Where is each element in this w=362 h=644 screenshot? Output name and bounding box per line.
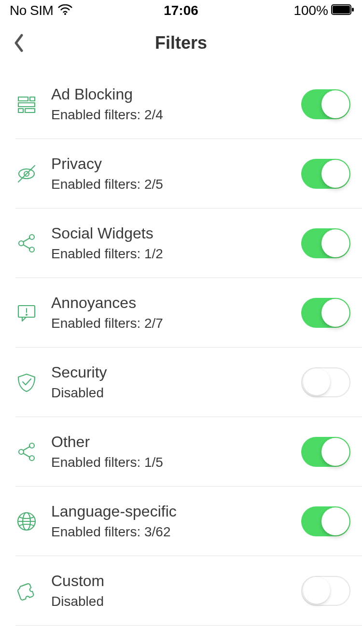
carrier-label: No SIM bbox=[10, 3, 53, 18]
shield-icon bbox=[15, 371, 38, 393]
filter-row[interactable]: CustomDisabled bbox=[15, 556, 362, 626]
status-bar: No SIM 17:06 100% bbox=[0, 0, 362, 21]
battery-percent: 100% bbox=[293, 3, 328, 18]
filter-row-title: Other bbox=[51, 433, 301, 451]
filter-row-title: Language-specific bbox=[51, 503, 301, 520]
filter-toggle[interactable] bbox=[301, 159, 350, 189]
svg-point-0 bbox=[64, 13, 66, 15]
filter-row-subtitle: Enabled filters: 1/5 bbox=[51, 455, 301, 470]
filter-toggle[interactable] bbox=[301, 506, 350, 536]
filter-row[interactable]: Social WidgetsEnabled filters: 1/2 bbox=[15, 209, 362, 278]
filter-row-subtitle: Enabled filters: 2/7 bbox=[51, 316, 301, 331]
annoyance-icon bbox=[15, 302, 38, 324]
globe-icon bbox=[15, 510, 38, 532]
filter-row-text: PrivacyEnabled filters: 2/5 bbox=[51, 155, 301, 192]
filter-toggle[interactable] bbox=[301, 437, 350, 467]
filter-row[interactable]: Language-specificEnabled filters: 3/62 bbox=[15, 487, 362, 556]
filter-row[interactable]: PrivacyEnabled filters: 2/5 bbox=[15, 139, 362, 209]
filter-toggle[interactable] bbox=[301, 576, 350, 606]
filter-toggle[interactable] bbox=[301, 298, 350, 328]
filter-row-title: Privacy bbox=[51, 155, 301, 173]
filter-row-subtitle: Disabled bbox=[51, 385, 301, 401]
filter-row-text: Ad BlockingEnabled filters: 2/4 bbox=[51, 85, 301, 123]
filter-row-text: AnnoyancesEnabled filters: 2/7 bbox=[51, 294, 301, 331]
wifi-icon bbox=[58, 3, 72, 18]
filter-row-subtitle: Disabled bbox=[51, 594, 301, 609]
privacy-icon bbox=[15, 163, 38, 185]
filter-toggle[interactable] bbox=[301, 367, 350, 397]
filter-row[interactable]: SecurityDisabled bbox=[15, 348, 362, 417]
clock: 17:06 bbox=[164, 3, 198, 18]
filter-row-text: CustomDisabled bbox=[51, 572, 301, 609]
puzzle-icon bbox=[15, 580, 38, 602]
page-title: Filters bbox=[155, 33, 207, 53]
filter-toggle[interactable] bbox=[301, 89, 350, 119]
filter-toggle[interactable] bbox=[301, 228, 350, 258]
filters-list: Ad BlockingEnabled filters: 2/4PrivacyEn… bbox=[0, 70, 362, 626]
filter-row-title: Social Widgets bbox=[51, 224, 301, 242]
share-icon bbox=[15, 232, 38, 254]
filter-row-text: OtherEnabled filters: 1/5 bbox=[51, 433, 301, 470]
filter-row-text: Social WidgetsEnabled filters: 1/2 bbox=[51, 224, 301, 262]
battery-icon bbox=[331, 3, 354, 18]
filter-row-text: Language-specificEnabled filters: 3/62 bbox=[51, 503, 301, 540]
filter-row[interactable]: AnnoyancesEnabled filters: 2/7 bbox=[15, 278, 362, 348]
filter-row-subtitle: Enabled filters: 1/2 bbox=[51, 246, 301, 262]
filter-row-text: SecurityDisabled bbox=[51, 364, 301, 401]
svg-rect-2 bbox=[333, 6, 350, 14]
filter-row-title: Ad Blocking bbox=[51, 85, 301, 103]
filter-row-subtitle: Enabled filters: 2/5 bbox=[51, 177, 301, 192]
filter-row-subtitle: Enabled filters: 3/62 bbox=[51, 524, 301, 540]
share-icon bbox=[15, 441, 38, 463]
filter-row[interactable]: Ad BlockingEnabled filters: 2/4 bbox=[15, 70, 362, 139]
back-button[interactable] bbox=[7, 31, 30, 55]
filter-row-subtitle: Enabled filters: 2/4 bbox=[51, 107, 301, 123]
filter-row-title: Annoyances bbox=[51, 294, 301, 312]
svg-rect-3 bbox=[352, 8, 354, 12]
header: Filters bbox=[0, 21, 362, 65]
adblock-icon bbox=[15, 93, 38, 115]
filter-row[interactable]: OtherEnabled filters: 1/5 bbox=[15, 417, 362, 487]
filter-row-title: Custom bbox=[51, 572, 301, 590]
filter-row-title: Security bbox=[51, 364, 301, 381]
